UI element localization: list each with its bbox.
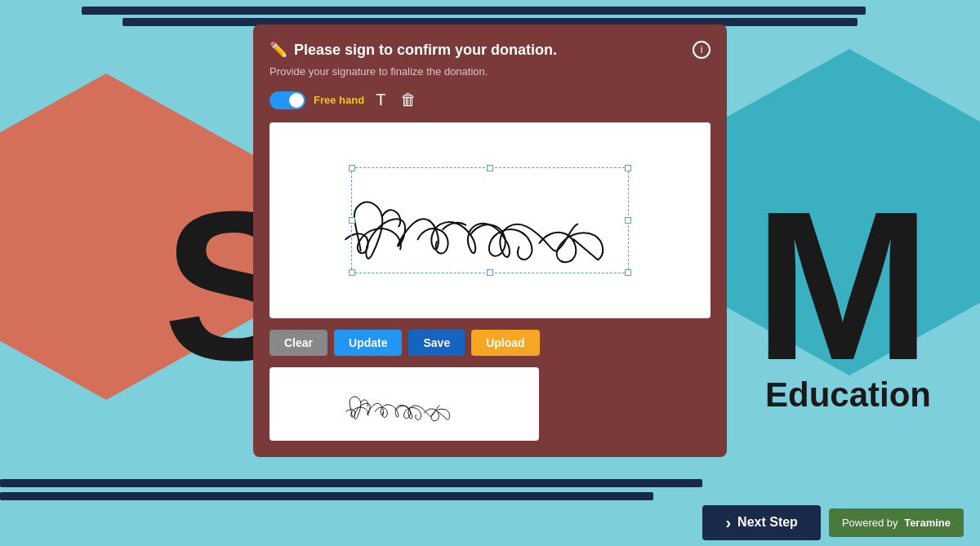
handle-bottom-center[interactable] bbox=[487, 269, 493, 276]
signature-preview bbox=[270, 367, 539, 441]
freehand-label: Free hand bbox=[314, 94, 364, 106]
modal-title-row: ✏️ Please sign to confirm your donation. bbox=[270, 41, 557, 59]
bottom-bar: Next Step Powered by Teramine bbox=[0, 499, 980, 546]
preview-signature-svg bbox=[270, 367, 539, 441]
text-tool-button[interactable]: T bbox=[372, 87, 389, 113]
toolbar-row: Free hand T 🗑 bbox=[270, 87, 710, 113]
upload-button[interactable]: Upload bbox=[471, 330, 539, 356]
update-button[interactable]: Update bbox=[334, 330, 402, 356]
handle-top-right[interactable] bbox=[625, 165, 631, 171]
toggle-thumb bbox=[289, 93, 304, 108]
sign-icon: ✏️ bbox=[270, 41, 287, 59]
signature-modal: ✏️ Please sign to confirm your donation.… bbox=[253, 24, 727, 457]
modal-subtitle: Provide your signature to finalize the d… bbox=[270, 65, 710, 78]
handle-top-center[interactable] bbox=[487, 165, 493, 171]
handle-middle-right[interactable] bbox=[625, 217, 631, 224]
save-button[interactable]: Save bbox=[408, 330, 465, 356]
text-icon: T bbox=[376, 91, 385, 109]
powered-by-brand: Teramine bbox=[904, 517, 951, 529]
modal-header: ✏️ Please sign to confirm your donation.… bbox=[270, 41, 710, 59]
modal-overlay: ✏️ Please sign to confirm your donation.… bbox=[0, 0, 980, 546]
freehand-toggle[interactable] bbox=[270, 91, 305, 109]
info-icon-label: i bbox=[701, 44, 703, 55]
handle-top-left[interactable] bbox=[349, 165, 355, 171]
next-step-button[interactable]: Next Step bbox=[702, 505, 820, 540]
handle-bottom-right[interactable] bbox=[625, 269, 631, 276]
powered-by-badge: Powered by Teramine bbox=[829, 508, 964, 537]
powered-by-prefix: Powered by bbox=[842, 517, 898, 529]
delete-tool-button[interactable]: 🗑 bbox=[397, 87, 420, 113]
handle-bottom-left[interactable] bbox=[349, 269, 355, 276]
action-buttons: Clear Update Save Upload bbox=[270, 330, 710, 356]
selection-box bbox=[351, 167, 629, 273]
handle-middle-left[interactable] bbox=[349, 217, 355, 224]
info-icon-button[interactable]: i bbox=[693, 41, 710, 59]
clear-button[interactable]: Clear bbox=[270, 330, 327, 356]
signature-canvas[interactable] bbox=[270, 122, 710, 318]
modal-title: Please sign to confirm your donation. bbox=[294, 42, 557, 59]
delete-icon: 🗑 bbox=[400, 91, 416, 109]
